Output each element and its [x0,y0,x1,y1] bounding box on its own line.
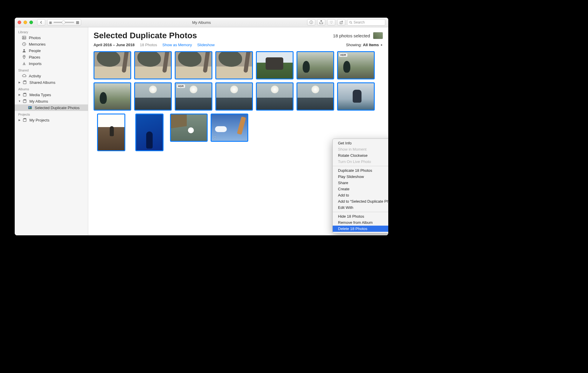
photo-thumbnail[interactable] [256,51,294,79]
chevron-down-icon [380,44,383,46]
back-button[interactable] [37,19,45,26]
photo-thumbnail[interactable] [97,114,125,151]
photo-thumbnail[interactable] [170,114,208,142]
rotate-button[interactable] [337,19,345,26]
photo-thumbnail[interactable]: HDR [337,51,375,79]
hdr-badge: HDR [339,53,347,57]
context-menu-label: Share [338,181,348,185]
sidebar-item[interactable]: ▼My Albums [15,98,88,104]
sidebar-item[interactable]: Memories [15,41,88,47]
album-icon [22,118,27,122]
showing-filter[interactable]: Showing: All Items [346,43,383,47]
context-menu-separator [333,212,388,212]
grid-large-icon: ▦ [76,20,79,24]
favorite-button[interactable]: ♡ [327,19,335,26]
context-menu-label: Add to “Selected Duplicate Photos” [338,199,388,204]
context-menu-item[interactable]: Create▶ [333,186,388,192]
close-window-button[interactable] [18,21,21,24]
disclosure-triangle-icon[interactable]: ▶ [18,81,21,84]
svg-line-1 [351,23,352,24]
info-icon: ⓘ [309,20,313,25]
context-menu-item[interactable]: Edit With▶ [333,204,388,211]
svg-rect-11 [23,100,26,103]
disclosure-triangle-icon[interactable]: ▶ [18,93,21,96]
photo-thumbnail[interactable] [215,82,253,111]
photo-thumbnail[interactable] [297,82,334,111]
context-menu-item[interactable]: Rotate Clockwise [333,152,388,159]
context-menu-label: Edit With [338,205,353,210]
photo-thumbnail[interactable] [94,82,131,111]
sidebar-item-label: Places [29,55,40,59]
svg-rect-15 [23,119,26,121]
traffic-lights [18,21,33,24]
disclosure-triangle-icon[interactable]: ▶ [18,119,21,121]
photo-thumbnail[interactable] [135,114,164,151]
context-menu-item[interactable]: Get Info [333,140,388,146]
share-icon [319,20,323,24]
photo-thumbnail[interactable] [134,82,172,111]
svg-point-0 [349,21,351,23]
context-menu-label: Get Info [338,141,352,145]
photo-thumbnail[interactable] [297,51,334,79]
album-icon [22,99,27,104]
photo-thumbnail[interactable] [134,51,172,79]
svg-rect-7 [23,81,26,84]
sidebar-item[interactable]: Selected Duplicate Photos [15,104,88,111]
context-menu: Get InfoShow in MomentRotate ClockwiseTu… [332,139,388,233]
sidebar-item[interactable]: ▶My Projects [15,117,88,123]
svg-rect-9 [23,94,26,96]
context-menu-item[interactable]: Remove from Album [333,219,388,226]
info-button[interactable]: ⓘ [307,19,315,26]
sidebar-item-label: Memories [29,42,46,46]
sidebar-item[interactable]: Places [15,54,88,60]
minimize-window-button[interactable] [24,21,27,24]
photo-thumbnail[interactable] [215,51,253,79]
context-menu-item[interactable]: Share▶ [333,180,388,186]
context-menu-item[interactable]: Play Slideshow [333,174,388,180]
app-window: ▦ ▦ My Albums ⓘ ♡ Search Library Photos [15,18,388,235]
titlebar: ▦ ▦ My Albums ⓘ ♡ Search [15,18,388,27]
disclosure-triangle-icon[interactable]: ▼ [18,100,21,103]
share-button[interactable] [317,19,325,26]
context-menu-item: Turn On Live Photo [333,159,388,165]
favorite-heart-icon: ♡ [213,136,216,140]
sidebar-item[interactable]: ▶Shared Albums [15,79,88,86]
sidebar-item[interactable]: Imports [15,60,88,67]
context-menu-item[interactable]: Hide 18 Photos [333,213,388,219]
context-menu-item[interactable]: Add to “Selected Duplicate Photos” [333,198,388,204]
photo-thumbnail[interactable]: HDR [175,82,212,111]
places-icon [22,55,26,59]
show-as-memory-link[interactable]: Show as Memory [162,43,192,47]
context-menu-label: Create [338,187,349,191]
sidebar-item-label: Media Types [29,93,51,97]
sidebar-item[interactable]: Photos [15,34,88,41]
selection-preview-thumb[interactable] [373,32,383,39]
sidebar-item-label: Selected Duplicate Photos [35,106,79,110]
context-menu-item[interactable]: Duplicate 18 Photos [333,167,388,174]
sidebar-item-label: My Projects [29,118,49,122]
zoom-slider[interactable] [54,22,74,23]
sidebar-item[interactable]: ▶Media Types [15,91,88,98]
sidebar-item[interactable]: Activity [15,73,88,79]
slideshow-link[interactable]: Slideshow [197,43,214,47]
sidebar-item[interactable]: People [15,47,88,54]
grid-small-icon: ▦ [49,21,52,24]
sidebar-item-label: People [29,49,41,53]
photo-thumbnail[interactable] [256,82,294,111]
showing-label: Showing: [346,43,362,47]
context-menu-label: Remove from Album [338,220,373,225]
photo-count: 18 Photos [140,43,157,47]
search-input[interactable]: Search [347,19,385,26]
sidebar-item-label: Activity [29,74,41,78]
context-menu-item[interactable]: Delete 18 Photos [333,226,388,232]
context-menu-item[interactable]: Add to▶ [333,192,388,198]
zoom-window-button[interactable] [29,21,33,24]
thumbnail-size-control[interactable]: ▦ ▦ [47,19,81,26]
context-menu-separator [333,166,388,166]
photo-thumbnail[interactable]: ♡ [211,114,248,142]
photo-thumbnail[interactable] [337,82,375,111]
photo-thumbnail[interactable] [94,51,131,79]
main-content: Selected Duplicate Photos 18 photos sele… [88,27,388,235]
photo-thumbnail[interactable] [175,51,212,79]
people-icon [22,48,26,53]
